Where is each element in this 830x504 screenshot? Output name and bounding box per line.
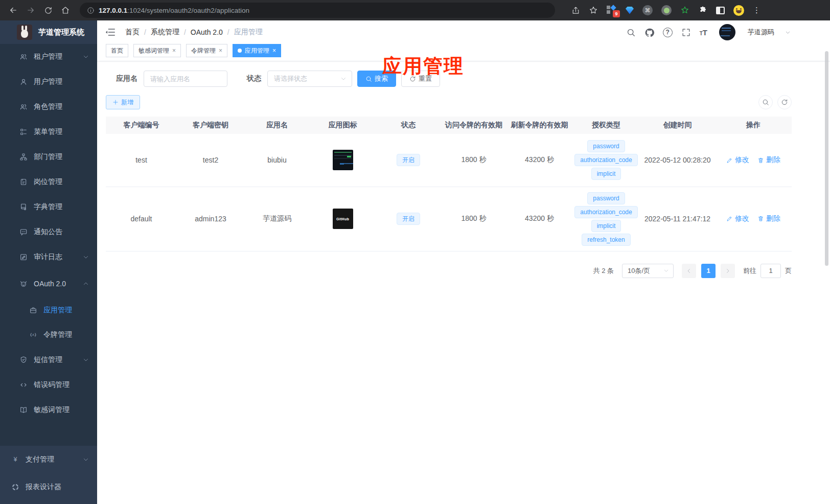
browser-menu-icon[interactable]: ⋮ <box>753 6 760 15</box>
tab-application-management[interactable]: 应用管理 × <box>233 44 281 57</box>
col-app-icon: 应用图标 <box>310 117 376 134</box>
toggle-search-button[interactable] <box>758 95 773 109</box>
edit-label: 修改 <box>735 155 749 165</box>
close-icon[interactable]: × <box>219 47 222 54</box>
sidebar-item-label: 岗位管理 <box>34 177 62 187</box>
tab-sensitive-words[interactable]: 敏感词管理 × <box>133 44 181 57</box>
sidebar-item-post[interactable]: 岗位管理 <box>0 169 97 194</box>
site-info-icon[interactable] <box>87 7 95 14</box>
table-header-row: 客户端编号 客户端密钥 应用名 应用图标 状态 访问令牌的有效期 刷新令牌的有效… <box>106 117 792 134</box>
close-icon[interactable]: × <box>272 47 276 54</box>
sidebar-item-label: 角色管理 <box>34 102 62 111</box>
close-icon[interactable]: × <box>172 47 176 54</box>
goto-page-input[interactable] <box>760 264 781 278</box>
grant-type-tags: password authorization_code implicit <box>572 140 640 180</box>
sidebar-item-menu[interactable]: 菜单管理 <box>0 119 97 144</box>
grant-tag: refresh_token <box>582 234 630 246</box>
sidebar-item-dept[interactable]: 部门管理 <box>0 144 97 169</box>
next-page-button[interactable] <box>721 264 735 278</box>
extension-command-icon[interactable]: ⌘ <box>642 5 653 15</box>
status-select[interactable]: 请选择状态 <box>267 71 352 87</box>
open-book-icon <box>19 406 28 414</box>
status-badge: 开启 <box>397 154 420 166</box>
delete-button[interactable]: 删除 <box>757 155 780 165</box>
search-icon[interactable] <box>626 28 636 37</box>
goto-unit-label: 页 <box>785 266 792 276</box>
prev-page-button[interactable] <box>682 264 696 278</box>
sidebar-item-label: 通知公告 <box>34 227 62 237</box>
delete-label: 删除 <box>766 214 780 223</box>
github-icon[interactable] <box>644 28 654 37</box>
sidebar-item-label: 敏感词管理 <box>34 405 70 415</box>
code-icon <box>19 381 28 389</box>
add-button-label: 新增 <box>121 98 133 107</box>
help-icon[interactable]: ? <box>663 28 673 37</box>
reload-button[interactable] <box>41 3 55 17</box>
extension-grid-icon[interactable]: 9 <box>607 5 617 15</box>
browser-chrome: 127.0.0.1:1024/system/oauth2/oauth2/appl… <box>0 0 830 20</box>
breadcrumb-system[interactable]: 系统管理 <box>151 28 179 37</box>
sidebar-item-label: 错误码管理 <box>34 380 70 390</box>
forward-button[interactable] <box>24 3 38 17</box>
sidebar-item-report-designer[interactable]: 报表设计器 <box>0 473 97 501</box>
sidebar-item-oauth-application[interactable]: 应用管理 <box>0 298 97 323</box>
collapse-sidebar-icon[interactable] <box>105 27 116 38</box>
app-logo[interactable]: 芋道管理系统 <box>0 20 97 44</box>
tenant-users-icon <box>19 53 28 61</box>
font-size-icon[interactable]: TT <box>700 28 707 37</box>
user-avatar[interactable] <box>719 24 735 40</box>
page-size-select[interactable]: 10条/页 <box>622 264 674 278</box>
report-circle-icon <box>11 483 19 491</box>
extension-record-icon[interactable] <box>661 5 672 15</box>
refresh-table-button[interactable] <box>777 95 792 109</box>
sidebar-item-errorcode[interactable]: 错误码管理 <box>0 372 97 397</box>
address-bar[interactable]: 127.0.0.1:1024/system/oauth2/oauth2/appl… <box>80 3 555 18</box>
sidebar-item-oauth-token[interactable]: A 令牌管理 <box>0 323 97 347</box>
token-signal-icon: A <box>29 331 37 339</box>
edit-button[interactable]: 修改 <box>726 214 749 223</box>
grant-tag: implicit <box>591 168 621 180</box>
sidebar-item-tenant[interactable]: 租户管理 <box>0 44 97 69</box>
user-menu-caret-icon[interactable] <box>785 30 791 35</box>
page-scrollbar[interactable] <box>825 51 828 266</box>
breadcrumb-home[interactable]: 首页 <box>125 28 140 37</box>
app-name-input[interactable] <box>144 71 227 87</box>
sidebar-item-user[interactable]: 用户管理 <box>0 69 97 94</box>
sidebar-item-sensitive[interactable]: 敏感词管理 <box>0 397 97 422</box>
col-status: 状态 <box>376 117 441 134</box>
sidebar-item-sms[interactable]: 短信管理 <box>0 347 97 372</box>
profile-avatar-icon[interactable] <box>733 5 744 16</box>
side-panel-icon[interactable] <box>716 7 725 14</box>
top-navbar: 首页 / 系统管理 / OAuth 2.0 / 应用管理 ? TT 芋道源码 <box>97 20 830 44</box>
sidebar-item-notice[interactable]: 通知公告 <box>0 219 97 244</box>
grant-tag: authorization_code <box>574 154 637 166</box>
tab-home[interactable]: 首页 <box>106 44 128 57</box>
sidebar-item-label: 用户管理 <box>34 77 62 86</box>
sidebar-item-role[interactable]: 角色管理 <box>0 94 97 119</box>
extension-green-star-icon[interactable] <box>680 6 689 15</box>
sidebar-item-audit[interactable]: 审计日志 <box>0 244 97 269</box>
back-button[interactable] <box>6 3 20 17</box>
breadcrumb-oauth[interactable]: OAuth 2.0 <box>191 28 223 36</box>
page-number-button[interactable]: 1 <box>701 264 716 278</box>
sidebar-item-pay[interactable]: ¥ 支付管理 <box>0 446 97 473</box>
notice-comment-icon <box>19 228 28 236</box>
add-button[interactable]: 新增 <box>106 95 140 109</box>
tab-token-management[interactable]: 令牌管理 × <box>186 44 227 57</box>
page-content: 应用名 状态 请选择状态 搜索 重置 <box>97 61 830 504</box>
cell-client-id: default <box>106 187 177 251</box>
bookmark-star-icon[interactable] <box>589 6 598 15</box>
fullscreen-icon[interactable] <box>681 28 691 37</box>
edit-button[interactable]: 修改 <box>726 155 749 165</box>
home-button[interactable] <box>58 3 73 17</box>
chevron-down-icon <box>83 254 89 260</box>
share-icon[interactable] <box>571 6 580 15</box>
delete-button[interactable]: 删除 <box>757 214 780 223</box>
audit-log-icon <box>19 253 28 261</box>
sidebar-item-oauth[interactable]: OAuth 2.0 <box>0 269 97 298</box>
extensions-puzzle-icon[interactable] <box>698 6 707 15</box>
sidebar-item-label: 短信管理 <box>34 355 62 364</box>
robot-icon <box>19 280 28 288</box>
extension-gem-icon[interactable] <box>626 7 634 14</box>
sidebar-item-dict[interactable]: 字典管理 <box>0 194 97 219</box>
